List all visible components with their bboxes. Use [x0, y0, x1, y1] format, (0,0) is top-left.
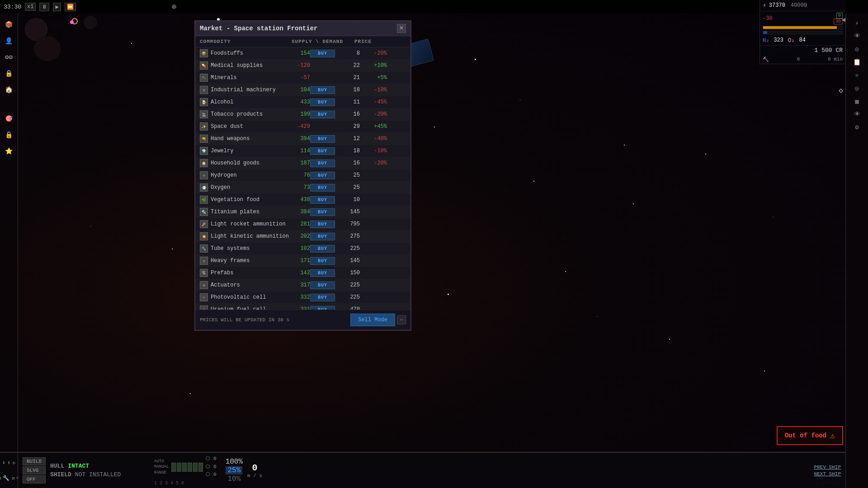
- market-row[interactable]: 💎 Jewelry 114 BUY 18 -10%: [195, 145, 410, 157]
- buy-button-10[interactable]: BUY: [310, 172, 335, 179]
- market-row[interactable]: ⚗ Hydrogen 76 BUY 25: [195, 169, 410, 182]
- slot-4[interactable]: [188, 463, 192, 472]
- buy-button-16[interactable]: BUY: [310, 245, 335, 253]
- sidebar-lock-icon[interactable]: 🔒: [3, 67, 15, 80]
- pause-button[interactable]: ⏸: [39, 3, 49, 11]
- market-row[interactable]: ☢ Uranium fuel cell 331 BUY 470: [195, 304, 410, 310]
- ship-nav-links: PREV SHIP NEXT SHIP: [814, 465, 841, 477]
- sidebar-star-icon[interactable]: ⭐: [3, 145, 15, 157]
- prev-ship-link[interactable]: PREV SHIP: [814, 465, 841, 470]
- add-icon[interactable]: ✛: [12, 460, 15, 466]
- rs-eye2-icon[interactable]: 👁: [853, 109, 862, 119]
- market-row[interactable]: 🍺 Alcohol 433 BUY 11 -45%: [195, 96, 410, 108]
- market-row[interactable]: 💨 Oxygen 73 BUY 25: [195, 182, 410, 194]
- market-row[interactable]: 🏗 Prefabs 142 BUY 150: [195, 267, 410, 279]
- market-row[interactable]: 💥 Light kinetic ammunition 202 BUY 275: [195, 230, 410, 243]
- settings-icon[interactable]: ⚙: [0, 475, 1, 482]
- buy-button-13[interactable]: BUY: [310, 208, 335, 216]
- download-icon[interactable]: ⬇: [2, 460, 5, 466]
- market-row[interactable]: 🔩 Titanium plates 384 BUY 145: [195, 206, 410, 218]
- market-row[interactable]: ⛏ Minerals -57 21 +5%: [195, 72, 410, 84]
- auto-mode[interactable]: AUTO: [154, 459, 169, 465]
- market-close-button[interactable]: ×: [397, 24, 406, 33]
- sell-mode-button[interactable]: Sell Mode: [350, 314, 395, 326]
- sidebar-crew-icon[interactable]: 👤: [3, 34, 15, 47]
- supply-value-11: 73: [290, 184, 310, 191]
- market-row[interactable]: ✨ Space dust -429 29 +45%: [195, 121, 410, 133]
- market-row[interactable]: 💊 Medical supplies -120 22 +10%: [195, 60, 410, 72]
- buy-button-20[interactable]: BUY: [310, 294, 335, 301]
- buy-button-0[interactable]: BUY: [310, 50, 335, 57]
- star: [90, 226, 91, 226]
- fire-mode-options: AUTO MANUAL RANGE: [154, 459, 169, 476]
- market-row[interactable]: 🚀 Light rocket ammunition 281 BUY 795: [195, 218, 410, 230]
- sidebar-home-icon[interactable]: 🏠: [3, 83, 15, 96]
- commodity-name-3: Industrial machinery: [211, 87, 290, 93]
- rs-grid-icon[interactable]: ▦: [854, 96, 860, 107]
- buy-button-19[interactable]: BUY: [310, 282, 335, 289]
- salvage-button[interactable]: SLVG: [23, 466, 46, 474]
- step-button[interactable]: ▶: [53, 3, 61, 11]
- slot-6[interactable]: [198, 463, 203, 472]
- wrench-icon[interactable]: 🔧: [3, 475, 9, 482]
- tool-row-2: ⚙ 🔧 ⚒ ∞: [0, 475, 20, 482]
- panel-dropdown-arrow[interactable]: ◀: [842, 16, 845, 23]
- market-row[interactable]: 🔧 Tube systems 102 BUY 225: [195, 243, 410, 255]
- slot-3[interactable]: [182, 463, 187, 472]
- buy-button-11[interactable]: BUY: [310, 184, 335, 192]
- buy-button-3[interactable]: BUY: [310, 86, 335, 94]
- buy-button-12[interactable]: BUY: [310, 196, 335, 204]
- buy-button-14[interactable]: BUY: [310, 221, 335, 228]
- speed-display[interactable]: x1: [25, 3, 36, 11]
- throttle-25[interactable]: 25%: [226, 466, 242, 474]
- throttle-100[interactable]: 100%: [226, 458, 243, 466]
- hammer-icon[interactable]: ⚒: [11, 475, 14, 482]
- fast-forward-button[interactable]: ⏩: [65, 3, 76, 11]
- buy-button-7[interactable]: BUY: [310, 135, 335, 143]
- throttle-10[interactable]: 10%: [227, 475, 241, 483]
- market-row[interactable]: ☀ Photovoltaic cell 332 BUY 225: [195, 291, 410, 304]
- market-row[interactable]: ⚙ Actuators 317 BUY 225: [195, 279, 410, 291]
- ammo-counts: ⬡ 0 ⬡ 0 ⬡ 0: [206, 455, 216, 479]
- buy-button-9[interactable]: BUY: [310, 160, 335, 167]
- range-mode[interactable]: RANGE: [154, 470, 169, 476]
- buy-button-21[interactable]: BUY: [310, 306, 335, 310]
- market-row[interactable]: ⚙ Industrial machinery 104 BUY 18 -10%: [195, 84, 410, 96]
- buy-button-4[interactable]: BUY: [310, 99, 335, 106]
- manual-mode[interactable]: MANUAL: [154, 464, 169, 470]
- rs-icon-1[interactable]: ⚡: [854, 18, 860, 28]
- rs-eye-icon[interactable]: 👁: [853, 31, 862, 41]
- commodity-name-18: Prefabs: [211, 270, 290, 276]
- market-row[interactable]: 🏠 Household goods 187 BUY 16 -20%: [195, 157, 410, 169]
- slot-1[interactable]: [171, 463, 176, 472]
- off-button[interactable]: OFF: [23, 475, 46, 483]
- rs-settings-icon[interactable]: ⚙: [854, 122, 860, 132]
- market-row[interactable]: 🚬 Tobacco products 199 BUY 16 -20%: [195, 108, 410, 121]
- market-row[interactable]: ⚒ Heavy frames 171 BUY 145: [195, 255, 410, 267]
- price-value-5: 16: [335, 111, 360, 117]
- buy-button-18[interactable]: BUY: [310, 269, 335, 277]
- market-row[interactable]: 🔫 Hand weapons 394 BUY 12 -40%: [195, 133, 410, 145]
- market-items-list[interactable]: 📦 Foodstuffs 154 BUY 8 -20% 💊 Medical su…: [195, 47, 410, 310]
- slot-5[interactable]: [193, 463, 198, 472]
- buy-button-15[interactable]: BUY: [310, 233, 335, 240]
- energy-bar-fill: [763, 26, 837, 29]
- rs-science-icon[interactable]: ⚛: [854, 70, 860, 80]
- rs-doc-icon[interactable]: 📋: [852, 57, 862, 67]
- build-button[interactable]: BUILD: [23, 457, 46, 465]
- buy-button-5[interactable]: BUY: [310, 111, 335, 118]
- sidebar-systems-icon[interactable]: ⚙⚙: [3, 51, 15, 63]
- slot-2[interactable]: [177, 463, 181, 472]
- next-ship-link[interactable]: NEXT SHIP: [814, 471, 841, 477]
- buy-button-8[interactable]: BUY: [310, 147, 335, 155]
- sidebar-target-icon[interactable]: 🎯: [3, 112, 15, 125]
- rs-target-icon[interactable]: ◎: [854, 83, 860, 94]
- upload-icon[interactable]: ⬆: [7, 460, 10, 466]
- rs-circle-icon[interactable]: ◎: [854, 44, 860, 54]
- sidebar-shield-icon[interactable]: 🔒: [3, 128, 15, 141]
- expand-button[interactable]: ⋯: [397, 315, 406, 324]
- commodity-name-15: Light kinetic ammunition: [211, 233, 290, 239]
- market-row[interactable]: 🌿 Vegetation food 438 BUY 10: [195, 194, 410, 206]
- buy-button-17[interactable]: BUY: [310, 257, 335, 265]
- market-row[interactable]: 📦 Foodstuffs 154 BUY 8 -20%: [195, 47, 410, 60]
